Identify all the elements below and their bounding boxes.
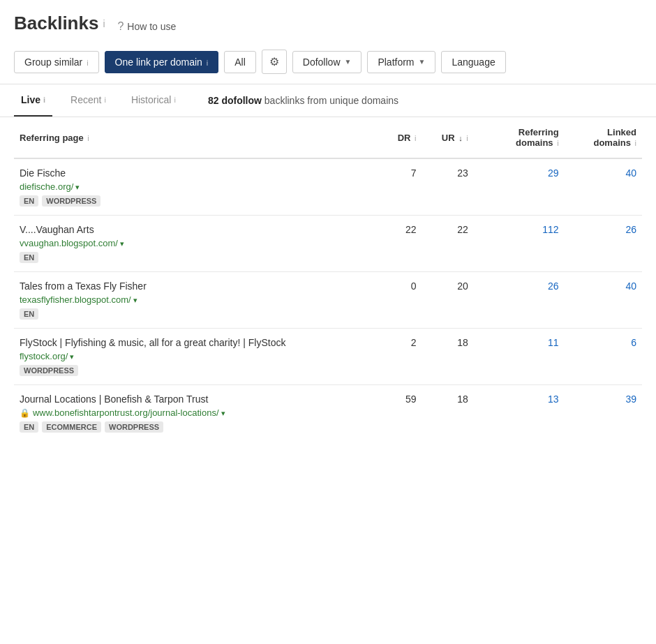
row-url[interactable]: www.bonefishtarpontrust.org/journal-loca… <box>33 407 219 418</box>
platform-dropdown[interactable]: Platform ▼ <box>367 51 435 73</box>
how-to-use-link[interactable]: ? How to use <box>117 20 176 33</box>
tab-live[interactable]: Live i <box>14 84 52 117</box>
row-badge: EN <box>20 308 38 320</box>
row-referring-domains[interactable]: 11 <box>474 329 565 385</box>
ur-sort-icon: ↓ <box>459 134 463 142</box>
row-badge: WORDPRESS <box>105 421 163 433</box>
row-title: Die Fische <box>20 167 364 179</box>
row-url[interactable]: diefische.org/ <box>20 181 73 192</box>
language-dropdown[interactable]: Language <box>441 51 505 73</box>
live-info-icon: i <box>43 96 45 104</box>
group-similar-info-icon: i <box>87 59 88 67</box>
row-linked-domains[interactable]: 40 <box>565 158 642 216</box>
row-title: FlyStock | Flyfishing & music, all for a… <box>20 337 364 348</box>
lock-icon: 🔒 <box>20 408 30 418</box>
settings-icon: ⚙ <box>269 56 279 68</box>
row-url[interactable]: texasflyfisher.blogspot.com/ <box>20 294 131 305</box>
row-url[interactable]: vvaughan.blogspot.com/ <box>20 238 118 248</box>
recent-info-icon: i <box>104 96 105 104</box>
row-ur: 22 <box>422 216 474 272</box>
row-linked-domains[interactable]: 40 <box>565 272 642 329</box>
col-header-dr: DR i <box>370 117 422 158</box>
url-dropdown-arrow-icon[interactable]: ▾ <box>219 409 225 417</box>
row-ur: 20 <box>422 272 474 329</box>
one-link-per-domain-button[interactable]: One link per domain i <box>105 51 219 73</box>
url-dropdown-arrow-icon[interactable]: ▾ <box>73 183 80 191</box>
row-title: Tales from a Texas Fly Fisher <box>20 280 364 292</box>
tabs-bar: Live i Recent i Historical i 82 dofollow… <box>0 84 656 117</box>
row-badge: EN <box>20 195 38 207</box>
row-referring-domains[interactable]: 13 <box>474 385 565 442</box>
historical-info-icon: i <box>174 96 175 104</box>
url-dropdown-arrow-icon[interactable]: ▾ <box>131 296 137 304</box>
linked-domains-info-icon: i <box>635 139 636 147</box>
one-link-info-icon: i <box>207 59 208 67</box>
url-dropdown-arrow-icon[interactable]: ▾ <box>68 352 74 361</box>
row-title: Journal Locations | Bonefish & Tarpon Tr… <box>20 394 364 405</box>
row-badge: EN <box>20 252 38 263</box>
backlinks-table: Referring page i DR i UR ↓ i Referringdo… <box>14 117 642 441</box>
referring-page-info-icon: i <box>87 134 89 142</box>
settings-button[interactable]: ⚙ <box>262 50 287 74</box>
row-dr: 22 <box>370 216 422 272</box>
summary-count: 82 <box>208 95 219 106</box>
row-linked-domains[interactable]: 39 <box>565 385 642 442</box>
col-header-linked-domains: Linkeddomains i <box>565 117 642 158</box>
table-row: Tales from a Texas Fly Fishertexasflyfis… <box>14 272 642 329</box>
tab-recent[interactable]: Recent i <box>64 84 113 117</box>
row-badge: WORDPRESS <box>20 365 78 376</box>
all-button[interactable]: All <box>224 51 256 73</box>
question-icon: ? <box>117 20 124 33</box>
row-badge: WORDPRESS <box>42 195 100 207</box>
col-header-referring-domains: Referringdomains i <box>474 117 565 158</box>
summary-type: dofollow <box>221 95 262 106</box>
table-header-row: Referring page i DR i UR ↓ i Referringdo… <box>14 117 642 158</box>
row-ur: 18 <box>422 385 474 442</box>
row-badge: EN <box>20 421 38 433</box>
table-row: V....Vaughan Artsvvaughan.blogspot.com/ … <box>14 216 642 272</box>
row-referring-domains[interactable]: 26 <box>474 272 565 329</box>
row-title: V....Vaughan Arts <box>20 224 364 235</box>
row-ur: 18 <box>422 329 474 385</box>
backlinks-table-container: Referring page i DR i UR ↓ i Referringdo… <box>0 117 656 441</box>
url-dropdown-arrow-icon[interactable]: ▾ <box>118 239 124 248</box>
dr-info-icon: i <box>415 134 416 142</box>
page-title: Backlinks i <box>14 13 105 34</box>
platform-arrow-icon: ▼ <box>419 58 426 66</box>
col-header-ur[interactable]: UR ↓ i <box>422 117 474 158</box>
row-dr: 59 <box>370 385 422 442</box>
group-similar-button[interactable]: Group similar i <box>14 51 99 73</box>
table-row: Die Fischediefische.org/ ▾ENWORDPRESS723… <box>14 158 642 216</box>
table-row: FlyStock | Flyfishing & music, all for a… <box>14 329 642 385</box>
header: Backlinks i ? How to use <box>0 0 656 43</box>
row-dr: 2 <box>370 329 422 385</box>
summary-text: 82 dofollow backlinks from unique domain… <box>208 95 398 106</box>
toolbar: Group similar i One link per domain i Al… <box>0 43 656 84</box>
row-badge: ECOMMERCE <box>42 421 101 433</box>
table-row: Journal Locations | Bonefish & Tarpon Tr… <box>14 385 642 442</box>
row-linked-domains[interactable]: 6 <box>565 329 642 385</box>
row-url[interactable]: flystock.org/ <box>20 351 68 361</box>
dofollow-dropdown[interactable]: Dofollow ▼ <box>292 51 362 73</box>
row-referring-domains[interactable]: 29 <box>474 158 565 216</box>
row-ur: 23 <box>422 158 474 216</box>
tab-historical[interactable]: Historical i <box>124 84 183 117</box>
title-info-icon: i <box>103 18 105 29</box>
row-linked-domains[interactable]: 26 <box>565 216 642 272</box>
ref-domains-info-icon: i <box>557 139 558 147</box>
dofollow-arrow-icon: ▼ <box>345 58 352 66</box>
ur-info-icon: i <box>466 134 468 142</box>
row-referring-domains[interactable]: 112 <box>474 216 565 272</box>
col-header-referring-page: Referring page i <box>14 117 370 158</box>
row-dr: 7 <box>370 158 422 216</box>
row-dr: 0 <box>370 272 422 329</box>
summary-description: backlinks from unique domains <box>264 95 398 106</box>
